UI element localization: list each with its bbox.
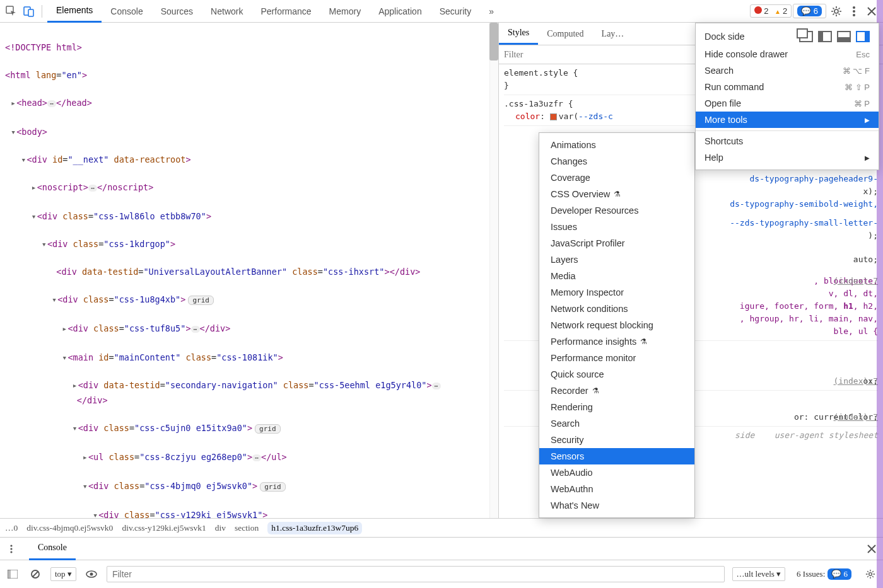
live-expression-icon[interactable] [84, 567, 99, 582]
expand-toggle[interactable]: ▸ [10, 96, 16, 110]
submenu-item-animations[interactable]: Animations [539, 137, 694, 153]
css-property[interactable]: color [515, 112, 540, 121]
tab-elements[interactable]: Elements [47, 0, 102, 23]
dock-right-icon[interactable] [856, 31, 870, 42]
error-count-badge[interactable]: 2 2 [750, 4, 792, 18]
more-tabs-button[interactable]: » [480, 0, 503, 23]
submenu-item-what's-new[interactable]: What's New [539, 497, 694, 514]
experimental-flask-icon: ⚗ [640, 337, 647, 346]
experimental-flask-icon: ⚗ [614, 190, 621, 199]
svg-point-6 [853, 14, 855, 16]
tab-console[interactable]: Console [102, 0, 151, 23]
submenu-item-webaudio[interactable]: WebAudio [539, 464, 694, 481]
dock-bottom-icon[interactable] [837, 31, 851, 42]
tab-styles[interactable]: Styles [499, 23, 538, 45]
drawer-tab-console[interactable]: Console [29, 538, 76, 560]
svg-point-15 [869, 573, 872, 576]
rule-origin-link[interactable]: (index):7 [834, 375, 878, 388]
breadcrumb-item[interactable]: div.css-4bjmq0.ej5wsvk0 [26, 523, 113, 533]
expand-toggle[interactable]: ▾ [10, 125, 16, 139]
panel-tabs: Elements Console Sources Network Perform… [47, 0, 747, 23]
scrollbar-thumb[interactable] [489, 23, 498, 61]
submenu-item-performance-insights[interactable]: Performance insights⚗ [539, 333, 694, 350]
submenu-item-issues[interactable]: Issues [539, 219, 694, 235]
breadcrumb-item[interactable]: div.css-y129ki.ej5wsvk1 [122, 523, 206, 533]
breadcrumb-item[interactable]: section [235, 523, 259, 533]
console-sidebar-toggle-icon[interactable] [5, 567, 20, 582]
tab-security[interactable]: Security [431, 0, 481, 23]
drawer-kebab-icon[interactable] [4, 541, 19, 556]
doctype-node[interactable]: <!DOCTYPE html> [5, 42, 82, 52]
main-menu: Dock side Hide console drawerEscSearch⌘ … [695, 23, 879, 170]
tab-layout[interactable]: Lay… [593, 23, 633, 45]
tab-performance[interactable]: Performance [252, 0, 320, 23]
tab-application[interactable]: Application [370, 0, 431, 23]
kebab-menu-icon[interactable] [846, 4, 862, 19]
submenu-item-security[interactable]: Security [539, 432, 694, 448]
menu-item-run-command[interactable]: Run command⌘ ⇧ P [696, 79, 879, 95]
settings-gear-icon[interactable] [829, 4, 844, 19]
menu-item-open-file[interactable]: Open file⌘ P [696, 95, 879, 112]
breadcrumb-item[interactable]: …0 [5, 523, 18, 533]
console-filter-input[interactable] [107, 566, 725, 582]
css-var-link[interactable]: --zds-c [578, 112, 613, 121]
submenu-item-network-conditions[interactable]: Network conditions [539, 301, 694, 317]
rule-origin-link[interactable]: (index):7 [834, 411, 878, 424]
svg-point-14 [90, 573, 93, 576]
grid-badge[interactable]: grid [188, 296, 214, 305]
submenu-item-network-request-blocking[interactable]: Network request blocking [539, 317, 694, 333]
tab-network[interactable]: Network [202, 0, 252, 23]
submenu-item-media[interactable]: Media [539, 268, 694, 284]
submenu-item-memory-inspector[interactable]: Memory Inspector [539, 284, 694, 301]
submenu-item-javascript-profiler[interactable]: JavaScript Profiler [539, 235, 694, 251]
menu-item-shortcuts[interactable]: Shortcuts [696, 130, 879, 149]
log-levels-select[interactable]: …ult levels ▾ [732, 567, 786, 581]
error-count: 2 [764, 6, 768, 16]
tab-memory[interactable]: Memory [320, 0, 370, 23]
experimental-flask-icon: ⚗ [592, 386, 599, 395]
execution-context-select[interactable]: top ▾ [50, 567, 76, 581]
submenu-item-changes[interactable]: Changes [539, 153, 694, 170]
dock-side-label: Dock side [705, 32, 745, 42]
dock-left-icon[interactable] [818, 31, 832, 42]
menu-item-search[interactable]: Search⌘ ⌥ F [696, 62, 879, 79]
devtools-toolbar: Elements Console Sources Network Perform… [0, 0, 883, 23]
inspect-element-icon[interactable] [4, 4, 19, 19]
dom-breadcrumb: …0 div.css-4bjmq0.ej5wsvk0 div.css-y129k… [0, 518, 883, 537]
submenu-item-coverage[interactable]: Coverage [539, 170, 694, 186]
console-settings-gear-icon[interactable] [863, 567, 878, 582]
elements-tree[interactable]: <!DOCTYPE html> <html lang="en"> ▸<head>… [0, 23, 498, 518]
submenu-item-css-overview[interactable]: CSS Overview⚗ [539, 186, 694, 202]
messages-badge[interactable]: 💬 6 [793, 4, 826, 18]
separator [42, 5, 42, 18]
issues-button[interactable]: 6 Issues: 💬 6 [793, 567, 855, 581]
submenu-item-quick-source[interactable]: Quick source [539, 366, 694, 383]
menu-item-hide-console-drawer[interactable]: Hide console drawerEsc [696, 46, 879, 62]
submenu-item-search[interactable]: Search [539, 415, 694, 432]
submenu-item-performance-monitor[interactable]: Performance monitor [539, 350, 694, 366]
menu-item-more-tools[interactable]: More tools▶ [696, 112, 879, 128]
menu-item-help[interactable]: Help▶ [696, 149, 879, 166]
submenu-item-layers[interactable]: Layers [539, 251, 694, 268]
status-badges: 2 2 💬 6 [750, 4, 826, 18]
svg-point-5 [853, 10, 855, 13]
dock-side-row: Dock side [696, 27, 879, 46]
tab-computed[interactable]: Computed [538, 23, 592, 45]
scrollbar[interactable] [489, 23, 498, 518]
tab-sources[interactable]: Sources [152, 0, 202, 23]
submenu-item-developer-resources[interactable]: Developer Resources [539, 202, 694, 219]
submenu-item-webauthn[interactable]: WebAuthn [539, 481, 694, 497]
color-swatch[interactable] [550, 113, 557, 120]
svg-point-4 [853, 6, 855, 9]
clear-console-icon[interactable] [28, 567, 43, 582]
breadcrumb-item-selected[interactable]: h1.css-1a3uzfr.e13w7up6 [267, 522, 362, 534]
svg-point-8 [10, 548, 12, 550]
dock-undock-icon[interactable] [799, 31, 813, 42]
svg-point-3 [834, 9, 838, 13]
device-toolbar-icon[interactable] [21, 4, 37, 19]
submenu-item-recorder[interactable]: Recorder⚗ [539, 383, 694, 399]
submenu-item-rendering[interactable]: Rendering [539, 399, 694, 415]
submenu-item-sensors[interactable]: Sensors [539, 448, 694, 464]
breadcrumb-item[interactable]: div [215, 523, 226, 533]
rule-origin-link[interactable]: (index):7 [834, 275, 878, 287]
